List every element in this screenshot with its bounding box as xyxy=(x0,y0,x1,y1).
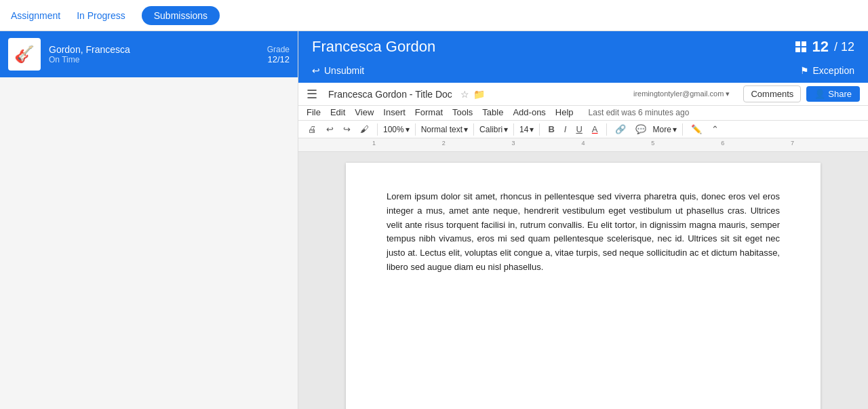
font-dropdown-icon: ▾ xyxy=(504,125,508,134)
collapse-btn[interactable]: ⌃ xyxy=(709,123,722,136)
menu-edit[interactable]: Edit xyxy=(330,107,345,117)
font-size-dropdown-icon: ▾ xyxy=(530,125,534,134)
main-content: 🎸 Gordon, Francesca On Time Grade 12/12 … xyxy=(0,31,868,409)
menu-file[interactable]: File xyxy=(307,107,321,117)
toolbar-divider-2 xyxy=(415,123,416,136)
in-progress-link[interactable]: In Progress xyxy=(77,10,125,21)
paint-format-btn[interactable]: 🖌 xyxy=(357,123,372,136)
toolbar-divider-4 xyxy=(513,123,514,136)
font-color-btn[interactable]: A xyxy=(589,123,601,136)
unsubmit-arrow-icon: ↩ xyxy=(312,65,320,76)
menu-help[interactable]: Help xyxy=(555,107,574,117)
doc-header: Francesca Gordon 12 / 12 xyxy=(298,31,868,62)
folder-icon[interactable]: 📁 xyxy=(473,89,485,100)
italic-btn[interactable]: I xyxy=(561,123,570,136)
gdocs-container: ☰ Francesca Gordon - Title Doc ☆ 📁 iremi… xyxy=(298,83,868,409)
redo-btn[interactable]: ↪ xyxy=(340,123,353,136)
undo-btn[interactable]: ↩ xyxy=(323,123,336,136)
student-status: On Time xyxy=(49,55,259,64)
doc-name: Francesca Gordon - Title Doc xyxy=(328,89,452,100)
comments-button[interactable]: Comments xyxy=(743,85,801,102)
font-size-value: 14 xyxy=(519,125,528,134)
toolbar-divider-3 xyxy=(473,123,474,136)
share-label: Share xyxy=(828,89,852,99)
user-email[interactable]: iremingtontyler@gmail.com ▾ xyxy=(633,90,730,98)
unsubmit-label: Unsubmit xyxy=(324,65,364,76)
zoom-dropdown-icon: ▾ xyxy=(406,125,410,134)
avatar: 🎸 xyxy=(8,38,41,71)
gdocs-topbar: ☰ Francesca Gordon - Title Doc ☆ 📁 iremi… xyxy=(298,83,868,106)
hamburger-icon[interactable]: ☰ xyxy=(307,87,317,102)
zoom-value: 100% xyxy=(383,125,404,134)
left-sidebar: 🎸 Gordon, Francesca On Time Grade 12/12 xyxy=(0,31,298,409)
doc-body-text: Lorem ipsum dolor sit amet, rhoncus in p… xyxy=(387,190,780,275)
student-name: Gordon, Francesca xyxy=(49,44,259,55)
doc-student-name: Francesca Gordon xyxy=(312,38,435,56)
text-style-dropdown-icon: ▾ xyxy=(464,125,468,134)
doc-name-icons: ☆ 📁 xyxy=(460,89,485,100)
last-edit-text: Last edit was 6 minutes ago xyxy=(589,108,690,117)
menu-table[interactable]: Table xyxy=(482,107,503,117)
doc-subheader: ↩ Unsubmit ⚑ Exception xyxy=(298,62,868,83)
gdocs-ruler: 1 2 3 4 5 6 7 xyxy=(298,138,868,152)
gdocs-doc-area[interactable]: Lorem ipsum dolor sit amet, rhoncus in p… xyxy=(298,152,868,409)
unsubmit-button[interactable]: ↩ Unsubmit xyxy=(312,65,364,76)
student-info: Gordon, Francesca On Time xyxy=(49,44,259,64)
toolbar-divider-6 xyxy=(606,123,607,136)
star-icon[interactable]: ☆ xyxy=(460,89,469,100)
menu-view[interactable]: View xyxy=(355,107,374,117)
pen-btn[interactable]: ✏️ xyxy=(688,123,705,136)
flag-icon: ⚑ xyxy=(800,65,809,76)
grade-value: 12/12 xyxy=(267,54,290,64)
ruler-numbers: 1 2 3 4 5 6 7 xyxy=(298,138,868,148)
top-nav: Assignment In Progress Submissions xyxy=(0,0,868,31)
font-size-select[interactable]: 14 ▾ xyxy=(519,125,534,134)
toolbar-divider-7 xyxy=(682,123,683,136)
gdocs-toolbar: 🖨 ↩ ↪ 🖌 100% ▾ Normal text ▾ Calibri ▾ xyxy=(298,121,868,138)
doc-grade-badge: 12 / 12 xyxy=(795,38,854,56)
font-value: Calibri xyxy=(479,125,502,134)
zoom-select[interactable]: 100% ▾ xyxy=(383,125,410,134)
menu-format[interactable]: Format xyxy=(415,107,443,117)
menu-insert[interactable]: Insert xyxy=(383,107,406,117)
comment-inline-btn[interactable]: 💬 xyxy=(633,123,649,136)
exception-label: Exception xyxy=(813,65,854,76)
grade-score: 12 xyxy=(812,38,828,56)
submissions-button[interactable]: Submissions xyxy=(142,6,220,25)
student-grade: Grade 12/12 xyxy=(267,45,290,64)
share-button[interactable]: 👤 Share xyxy=(806,86,860,102)
print-btn[interactable]: 🖨 xyxy=(305,123,319,136)
avatar-emoji: 🎸 xyxy=(14,45,35,64)
right-panel: Francesca Gordon 12 / 12 ↩ Unsubmit ⚑ Ex… xyxy=(298,31,868,409)
link-btn[interactable]: 🔗 xyxy=(612,123,629,136)
toolbar-divider-1 xyxy=(377,123,378,136)
gdocs-menubar: File Edit View Insert Format Tools Table… xyxy=(298,106,868,121)
grade-label: Grade xyxy=(267,45,290,54)
grade-total: / 12 xyxy=(834,40,854,54)
more-select[interactable]: More ▾ xyxy=(653,125,677,134)
toolbar-divider-5 xyxy=(539,123,540,136)
text-style-value: Normal text xyxy=(421,125,462,134)
text-style-select[interactable]: Normal text ▾ xyxy=(421,125,468,134)
doc-page: Lorem ipsum dolor sit amet, rhoncus in p… xyxy=(346,163,821,409)
bold-btn[interactable]: B xyxy=(545,123,557,136)
student-card[interactable]: 🎸 Gordon, Francesca On Time Grade 12/12 xyxy=(0,31,298,77)
menu-addons[interactable]: Add-ons xyxy=(513,107,545,117)
exception-button[interactable]: ⚑ Exception xyxy=(800,65,854,76)
person-add-icon: 👤 xyxy=(814,89,825,99)
more-label: More xyxy=(653,125,671,134)
grade-grid-icon xyxy=(795,41,806,52)
menu-tools[interactable]: Tools xyxy=(452,107,473,117)
more-dropdown-icon: ▾ xyxy=(673,125,677,134)
font-select[interactable]: Calibri ▾ xyxy=(479,125,508,134)
assignment-link[interactable]: Assignment xyxy=(11,10,60,21)
underline-btn[interactable]: U xyxy=(573,123,585,136)
